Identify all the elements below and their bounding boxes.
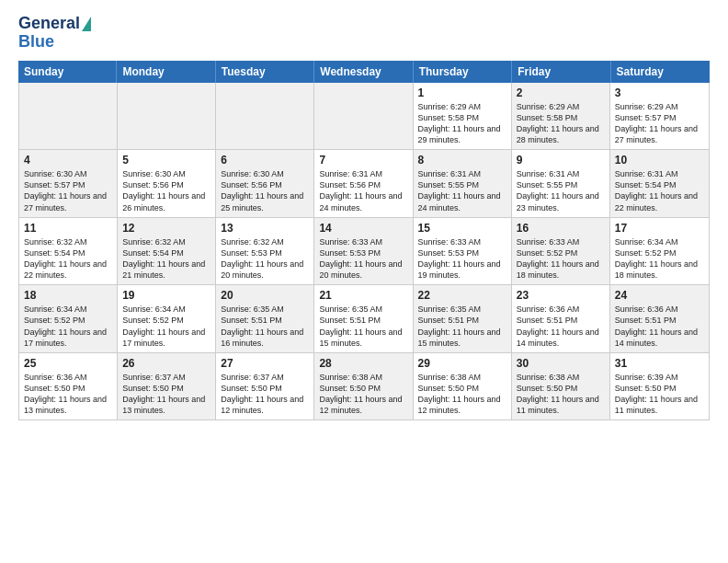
calendar-body-outer: 1Sunrise: 6:29 AM Sunset: 5:58 PM Daylig… — [18, 83, 710, 421]
logo-blue: Blue — [18, 32, 54, 51]
day-number: 19 — [122, 289, 210, 302]
calendar-cell-1-6: 10Sunrise: 6:31 AM Sunset: 5:54 PM Dayli… — [610, 150, 709, 217]
cell-info: Sunrise: 6:36 AM Sunset: 5:51 PM Dayligh… — [517, 304, 605, 349]
calendar-row-2: 11Sunrise: 6:32 AM Sunset: 5:54 PM Dayli… — [19, 218, 709, 286]
cell-info: Sunrise: 6:29 AM Sunset: 5:58 PM Dayligh… — [418, 101, 506, 146]
cell-info: Sunrise: 6:31 AM Sunset: 5:55 PM Dayligh… — [418, 168, 506, 213]
calendar-cell-2-2: 13Sunrise: 6:32 AM Sunset: 5:53 PM Dayli… — [216, 218, 314, 285]
day-number: 20 — [221, 289, 309, 302]
logo-line1: General — [18, 15, 91, 33]
cell-info: Sunrise: 6:34 AM Sunset: 5:52 PM Dayligh… — [24, 304, 112, 349]
day-number: 11 — [24, 222, 112, 235]
calendar-cell-0-6: 3Sunrise: 6:29 AM Sunset: 5:57 PM Daylig… — [610, 83, 709, 150]
cell-info: Sunrise: 6:35 AM Sunset: 5:51 PM Dayligh… — [418, 304, 506, 349]
calendar-cell-4-1: 26Sunrise: 6:37 AM Sunset: 5:50 PM Dayli… — [118, 353, 216, 420]
day-number: 10 — [615, 154, 704, 167]
day-number: 26 — [122, 357, 210, 370]
cell-info: Sunrise: 6:36 AM Sunset: 5:50 PM Dayligh… — [24, 372, 112, 417]
cell-info: Sunrise: 6:33 AM Sunset: 5:52 PM Dayligh… — [517, 236, 605, 282]
cell-info: Sunrise: 6:30 AM Sunset: 5:56 PM Dayligh… — [122, 168, 210, 213]
day-number: 13 — [221, 222, 309, 235]
calendar-cell-1-2: 6Sunrise: 6:30 AM Sunset: 5:56 PM Daylig… — [216, 150, 314, 217]
day-number: 29 — [418, 357, 506, 370]
cell-info: Sunrise: 6:34 AM Sunset: 5:52 PM Dayligh… — [122, 304, 210, 349]
cell-info: Sunrise: 6:36 AM Sunset: 5:51 PM Dayligh… — [615, 304, 704, 349]
header: General Blue — [18, 15, 710, 52]
day-number: 18 — [24, 289, 112, 302]
page: General Blue SundayMondayTuesdayWednesda… — [0, 0, 728, 563]
day-number: 22 — [418, 289, 506, 302]
header-day-monday: Monday — [117, 61, 215, 83]
cell-info: Sunrise: 6:38 AM Sunset: 5:50 PM Dayligh… — [517, 372, 605, 417]
calendar-cell-0-5: 2Sunrise: 6:29 AM Sunset: 5:58 PM Daylig… — [512, 83, 610, 150]
day-number: 8 — [418, 154, 506, 167]
day-number: 2 — [517, 86, 605, 99]
day-number: 5 — [122, 154, 210, 167]
cell-info: Sunrise: 6:30 AM Sunset: 5:56 PM Dayligh… — [221, 168, 309, 213]
day-number: 23 — [517, 289, 605, 302]
calendar-cell-4-4: 29Sunrise: 6:38 AM Sunset: 5:50 PM Dayli… — [414, 353, 512, 420]
day-number: 14 — [319, 222, 407, 235]
cell-info: Sunrise: 6:29 AM Sunset: 5:58 PM Dayligh… — [517, 101, 605, 146]
header-day-sunday: Sunday — [18, 61, 117, 83]
header-day-saturday: Saturday — [611, 61, 710, 83]
day-number: 27 — [221, 357, 309, 370]
day-number: 4 — [24, 154, 112, 167]
header-day-tuesday: Tuesday — [216, 61, 314, 83]
calendar-cell-3-2: 20Sunrise: 6:35 AM Sunset: 5:51 PM Dayli… — [216, 285, 314, 352]
calendar-cell-4-3: 28Sunrise: 6:38 AM Sunset: 5:50 PM Dayli… — [314, 353, 413, 420]
day-number: 24 — [615, 289, 704, 302]
logo: General Blue — [18, 15, 91, 52]
calendar-cell-0-2 — [216, 83, 314, 150]
logo-triangle-icon — [82, 17, 91, 31]
calendar-row-4: 25Sunrise: 6:36 AM Sunset: 5:50 PM Dayli… — [19, 353, 709, 420]
calendar-cell-3-4: 22Sunrise: 6:35 AM Sunset: 5:51 PM Dayli… — [414, 285, 512, 352]
calendar-cell-3-1: 19Sunrise: 6:34 AM Sunset: 5:52 PM Dayli… — [118, 285, 216, 352]
calendar-cell-3-3: 21Sunrise: 6:35 AM Sunset: 5:51 PM Dayli… — [314, 285, 413, 352]
day-number: 15 — [418, 222, 506, 235]
day-number: 30 — [517, 357, 605, 370]
calendar-cell-4-5: 30Sunrise: 6:38 AM Sunset: 5:50 PM Dayli… — [512, 353, 610, 420]
day-number: 25 — [24, 357, 112, 370]
calendar-cell-3-5: 23Sunrise: 6:36 AM Sunset: 5:51 PM Dayli… — [512, 285, 610, 352]
header-day-thursday: Thursday — [414, 61, 512, 83]
logo-general: General — [18, 15, 80, 33]
cell-info: Sunrise: 6:29 AM Sunset: 5:57 PM Dayligh… — [615, 101, 704, 146]
calendar-cell-1-0: 4Sunrise: 6:30 AM Sunset: 5:57 PM Daylig… — [19, 150, 118, 217]
calendar-cell-1-3: 7Sunrise: 6:31 AM Sunset: 5:56 PM Daylig… — [314, 150, 413, 217]
calendar-cell-4-6: 31Sunrise: 6:39 AM Sunset: 5:50 PM Dayli… — [610, 353, 709, 420]
day-number: 21 — [319, 289, 407, 302]
calendar-cell-2-4: 15Sunrise: 6:33 AM Sunset: 5:53 PM Dayli… — [414, 218, 512, 285]
cell-info: Sunrise: 6:32 AM Sunset: 5:54 PM Dayligh… — [122, 236, 210, 282]
cell-info: Sunrise: 6:38 AM Sunset: 5:50 PM Dayligh… — [418, 372, 506, 417]
calendar-cell-0-0 — [19, 83, 118, 150]
day-number: 12 — [122, 222, 210, 235]
calendar: SundayMondayTuesdayWednesdayThursdayFrid… — [18, 61, 710, 552]
cell-info: Sunrise: 6:31 AM Sunset: 5:54 PM Dayligh… — [615, 168, 704, 213]
cell-info: Sunrise: 6:31 AM Sunset: 5:55 PM Dayligh… — [517, 168, 605, 213]
calendar-cell-3-6: 24Sunrise: 6:36 AM Sunset: 5:51 PM Dayli… — [610, 285, 709, 352]
day-number: 3 — [615, 86, 704, 99]
calendar-cell-2-1: 12Sunrise: 6:32 AM Sunset: 5:54 PM Dayli… — [118, 218, 216, 285]
cell-info: Sunrise: 6:33 AM Sunset: 5:53 PM Dayligh… — [418, 236, 506, 282]
cell-info: Sunrise: 6:39 AM Sunset: 5:50 PM Dayligh… — [615, 372, 704, 417]
calendar-cell-0-3 — [314, 83, 413, 150]
calendar-cell-2-0: 11Sunrise: 6:32 AM Sunset: 5:54 PM Dayli… — [19, 218, 118, 285]
cell-info: Sunrise: 6:32 AM Sunset: 5:54 PM Dayligh… — [24, 236, 112, 282]
cell-info: Sunrise: 6:35 AM Sunset: 5:51 PM Dayligh… — [221, 304, 309, 349]
calendar-row-0: 1Sunrise: 6:29 AM Sunset: 5:58 PM Daylig… — [19, 83, 709, 151]
calendar-cell-2-3: 14Sunrise: 6:33 AM Sunset: 5:53 PM Dayli… — [314, 218, 413, 285]
header-day-friday: Friday — [512, 61, 610, 83]
day-number: 17 — [615, 222, 704, 235]
calendar-row-3: 18Sunrise: 6:34 AM Sunset: 5:52 PM Dayli… — [19, 285, 709, 353]
calendar-cell-4-2: 27Sunrise: 6:37 AM Sunset: 5:50 PM Dayli… — [216, 353, 314, 420]
cell-info: Sunrise: 6:32 AM Sunset: 5:53 PM Dayligh… — [221, 236, 309, 282]
cell-info: Sunrise: 6:37 AM Sunset: 5:50 PM Dayligh… — [122, 372, 210, 417]
calendar-cell-3-0: 18Sunrise: 6:34 AM Sunset: 5:52 PM Dayli… — [19, 285, 118, 352]
calendar-cell-2-6: 17Sunrise: 6:34 AM Sunset: 5:52 PM Dayli… — [610, 218, 709, 285]
calendar-cell-0-4: 1Sunrise: 6:29 AM Sunset: 5:58 PM Daylig… — [414, 83, 512, 150]
calendar-cell-1-1: 5Sunrise: 6:30 AM Sunset: 5:56 PM Daylig… — [118, 150, 216, 217]
calendar-cell-4-0: 25Sunrise: 6:36 AM Sunset: 5:50 PM Dayli… — [19, 353, 118, 420]
day-number: 1 — [418, 86, 506, 99]
header-day-wednesday: Wednesday — [314, 61, 413, 83]
